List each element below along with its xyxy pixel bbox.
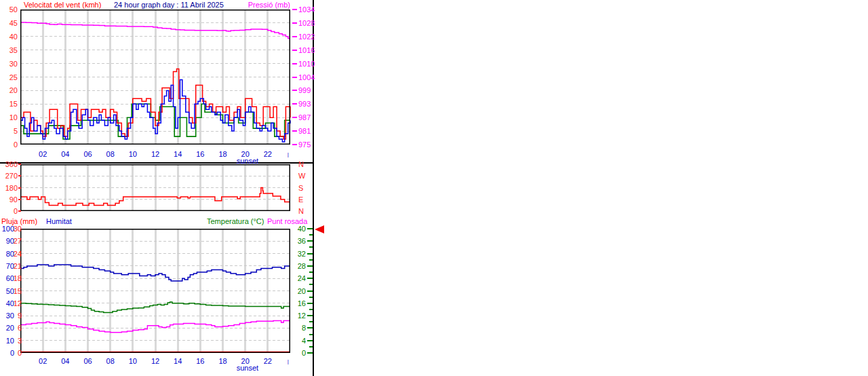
y-tick-label-rain-humidity-temperature: 9 [0, 312, 22, 320]
x-tick-label: 14 [170, 357, 186, 365]
x-tick-label: 10 [125, 357, 141, 365]
y-tick-mark [292, 130, 297, 132]
y-tick-label-wind-and-pressure: 0 [0, 140, 18, 149]
y-tick-label-wind-and-pressure: 993 [298, 100, 311, 108]
y-minor-tick-mark [309, 334, 313, 335]
y-tick-label-wind-and-pressure: 981 [298, 127, 311, 135]
right-border-line [313, 0, 314, 376]
y-tick-mark [307, 352, 313, 354]
x-tick-label: 04 [57, 150, 73, 158]
x-tick-label: 12 [147, 357, 163, 365]
x-tick-label: 18 [215, 357, 231, 365]
y-tick-mark [307, 327, 313, 328]
y-tick-label-wind-and-pressure: 1034 [298, 5, 315, 14]
y-tick-label-rain-humidity-temperature: 0 [277, 349, 306, 357]
red-arrow-marker [315, 225, 324, 233]
y-minor-tick-mark [309, 259, 313, 261]
chart-wind-direction [20, 164, 290, 211]
x-tick-label: 08 [102, 357, 119, 365]
y-tick-label-wind-and-pressure: 40 [0, 33, 18, 41]
y-tick-label-wind-and-pressure: 1022 [298, 33, 315, 41]
y-tick-label-wind-and-pressure: 5 [0, 127, 18, 135]
y-minor-tick-mark [309, 321, 313, 322]
x-tick-label: 06 [80, 150, 96, 158]
x-tick-label: 02 [35, 150, 51, 158]
chart-rain-humidity-temperature [20, 229, 290, 353]
y-tick-mark [307, 340, 313, 341]
y-tick-mark [18, 199, 21, 200]
y-tick-label-wind-and-pressure: 987 [298, 113, 311, 121]
y-tick-mark [292, 50, 297, 51]
y-tick-label-wind-direction: S [298, 184, 303, 192]
y-tick-label-rain-humidity-temperature: 15 [0, 287, 22, 295]
x-tick-label: 14 [170, 150, 186, 158]
y-tick-label-rain-humidity-temperature: 36 [277, 237, 306, 245]
y-tick-mark [307, 240, 313, 242]
y-minor-tick-mark [309, 297, 313, 298]
y-tick-mark [18, 175, 21, 176]
y-minor-tick-mark [309, 234, 313, 236]
y-tick-label-wind-and-pressure: 45 [0, 19, 18, 27]
y-tick-label-wind-direction: 360 [0, 160, 18, 168]
weather-24h-graph-page: Velocitat del vent (kmh) 24 hour graph d… [0, 0, 868, 376]
y-tick-label-rain-humidity-temperature: 0 [0, 349, 22, 357]
y-tick-mark [292, 9, 297, 10]
graph-date-title: 24 hour graph day : 11 Abril 2025 [114, 1, 224, 9]
y-tick-label-wind-and-pressure: 35 [0, 46, 18, 54]
y-tick-mark [292, 22, 297, 24]
chart-wind-and-pressure [20, 10, 290, 145]
x-axis-annotation: | [275, 358, 302, 366]
humidity-label: Humitat [46, 217, 72, 225]
y-tick-label-wind-direction: 270 [0, 172, 18, 180]
y-tick-label-wind-and-pressure: 30 [0, 60, 18, 68]
y-minor-tick-mark [309, 271, 313, 273]
y-tick-mark [307, 253, 313, 255]
y-tick-label-rain-humidity-temperature: 28 [277, 262, 306, 270]
y-tick-label-rain-humidity-temperature: 4 [277, 337, 306, 345]
y-tick-mark [292, 36, 297, 37]
y-tick-label-rain-humidity-temperature: 24 [277, 274, 306, 282]
wind-speed-title: Velocitat del vent (kmh) [24, 1, 101, 9]
y-tick-mark [307, 315, 313, 316]
y-tick-mark [307, 290, 313, 292]
x-tick-label: 16 [192, 150, 208, 158]
y-tick-label-wind-direction: 90 [0, 195, 18, 204]
y-tick-label-wind-and-pressure: 1010 [298, 60, 315, 68]
y-tick-mark [292, 77, 297, 78]
y-tick-label-rain-humidity-temperature: 8 [277, 324, 306, 332]
y-tick-label-wind-and-pressure: 50 [0, 5, 18, 14]
y-tick-mark [292, 144, 297, 145]
y-tick-label-rain-humidity-temperature: 27 [0, 237, 22, 245]
x-tick-label: 22 [260, 357, 276, 365]
y-minor-tick-mark [309, 309, 313, 310]
y-tick-label-rain-humidity-temperature: 3 [0, 337, 22, 345]
x-tick-label: 02 [35, 357, 51, 365]
y-minor-tick-mark [309, 284, 313, 285]
y-tick-label-wind-direction: N [298, 160, 304, 168]
y-minor-tick-mark [309, 346, 313, 347]
y-tick-label-wind-direction: 0 [0, 207, 18, 215]
y-tick-label-wind-direction: N [298, 207, 304, 215]
x-tick-label: 18 [215, 150, 231, 158]
x-tick-label: 22 [260, 150, 276, 158]
y-minor-tick-mark [309, 246, 313, 248]
y-tick-label-wind-and-pressure: 1028 [298, 19, 315, 27]
y-tick-label-rain-humidity-temperature: 40 [277, 225, 306, 233]
y-tick-mark [307, 278, 313, 279]
section-divider [0, 162, 314, 164]
x-tick-label: 06 [80, 357, 96, 365]
y-tick-label-wind-and-pressure: 975 [298, 140, 311, 149]
y-tick-label-rain-humidity-temperature: 30 [0, 225, 22, 233]
x-tick-label: 12 [147, 150, 163, 158]
y-tick-label-rain-humidity-temperature: 18 [0, 274, 22, 282]
pressure-title: Pressió (mb) [239, 1, 290, 9]
y-tick-mark [292, 103, 297, 105]
y-tick-label-wind-direction: W [298, 172, 305, 180]
y-tick-label-wind-and-pressure: 10 [0, 113, 18, 121]
x-axis-annotation: sunset [234, 364, 261, 372]
temperature-label: Temperatura (°C) [207, 217, 264, 225]
x-tick-label: 04 [57, 357, 73, 365]
y-tick-label-rain-humidity-temperature: 32 [277, 250, 306, 258]
y-tick-mark [307, 265, 313, 267]
y-tick-mark [292, 90, 297, 91]
